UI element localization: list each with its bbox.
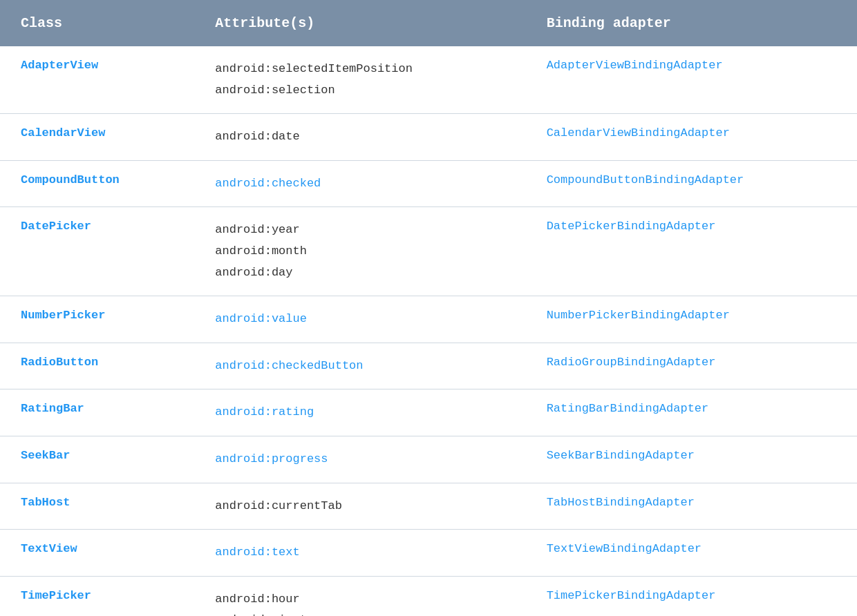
table-row: NumberPickerandroid:valueNumberPickerBin… — [0, 296, 857, 343]
table-row: TabHostandroid:currentTabTabHostBindingA… — [0, 483, 857, 530]
adapter-name-text: TextViewBindingAdapter — [547, 542, 701, 555]
attribute-text: android:rating — [215, 405, 314, 418]
adapter-name-text: SeekBarBindingAdapter — [547, 449, 695, 462]
adapter-cell: CompoundButtonBindingAdapter — [526, 160, 857, 207]
header-binding-adapter: Binding adapter — [526, 0, 857, 46]
attributes-cell: android:currentTab — [194, 483, 525, 530]
attributes-cell: android:progress — [194, 436, 525, 483]
attributes-cell: android:hourandroid:minute — [194, 576, 525, 616]
adapter-cell: TimePickerBindingAdapter — [526, 576, 857, 616]
attribute-text: android:selection — [215, 84, 335, 97]
adapter-cell: RatingBarBindingAdapter — [526, 389, 857, 436]
class-cell: AdapterView — [0, 46, 194, 114]
attribute-text: android:currentTab — [215, 499, 342, 512]
attribute-text: android:checkedButton — [215, 359, 363, 372]
adapter-name-text: RatingBarBindingAdapter — [547, 402, 709, 415]
class-name-text: NumberPicker — [21, 309, 105, 322]
attribute-text: android:day — [215, 266, 292, 279]
table-row: TimePickerandroid:hourandroid:minuteTime… — [0, 576, 857, 616]
attributes-cell: android:checkedButton — [194, 343, 525, 389]
adapter-cell: AdapterViewBindingAdapter — [526, 46, 857, 114]
class-cell: CompoundButton — [0, 160, 194, 207]
table-row: CompoundButtonandroid:checkedCompoundBut… — [0, 160, 857, 207]
adapter-name-text: CalendarViewBindingAdapter — [547, 126, 730, 139]
class-cell: CalendarView — [0, 114, 194, 161]
adapter-name-text: TabHostBindingAdapter — [547, 496, 695, 509]
table-row: RadioButtonandroid:checkedButtonRadioGro… — [0, 343, 857, 389]
header-attributes: Attribute(s) — [194, 0, 525, 46]
binding-adapter-table: Class Attribute(s) Binding adapter Adapt… — [0, 0, 857, 616]
class-cell: TabHost — [0, 483, 194, 530]
class-cell: SeekBar — [0, 436, 194, 483]
table-header-row: Class Attribute(s) Binding adapter — [0, 0, 857, 46]
attributes-cell: android:text — [194, 530, 525, 577]
class-cell: DatePicker — [0, 207, 194, 296]
adapter-cell: CalendarViewBindingAdapter — [526, 114, 857, 161]
attributes-cell: android:date — [194, 114, 525, 161]
class-cell: RatingBar — [0, 389, 194, 436]
attribute-text: android:value — [215, 312, 307, 325]
adapter-name-text: DatePickerBindingAdapter — [547, 220, 716, 233]
class-cell: NumberPicker — [0, 296, 194, 343]
class-name-text: DatePicker — [21, 220, 91, 233]
class-cell: RadioButton — [0, 343, 194, 389]
adapter-cell: RadioGroupBindingAdapter — [526, 343, 857, 389]
table-row: CalendarViewandroid:dateCalendarViewBind… — [0, 114, 857, 161]
adapter-cell: DatePickerBindingAdapter — [526, 207, 857, 296]
header-class: Class — [0, 0, 194, 46]
attribute-text: android:hour — [215, 593, 299, 606]
table-row: AdapterViewandroid:selectedItemPositiona… — [0, 46, 857, 114]
class-cell: TimePicker — [0, 576, 194, 616]
table-row: SeekBarandroid:progressSeekBarBindingAda… — [0, 436, 857, 483]
attribute-text: android:month — [215, 244, 307, 258]
attribute-text: android:year — [215, 223, 299, 236]
adapter-name-text: CompoundButtonBindingAdapter — [547, 173, 744, 186]
attribute-text: android:date — [215, 130, 299, 143]
class-name-text: TabHost — [21, 496, 70, 509]
class-name-text: RatingBar — [21, 402, 84, 415]
adapter-name-text: RadioGroupBindingAdapter — [547, 356, 716, 369]
attributes-cell: android:value — [194, 296, 525, 343]
main-table-container: Class Attribute(s) Binding adapter Adapt… — [0, 0, 857, 616]
adapter-name-text: TimePickerBindingAdapter — [547, 589, 716, 602]
adapter-name-text: AdapterViewBindingAdapter — [547, 59, 723, 72]
table-row: TextViewandroid:textTextViewBindingAdapt… — [0, 530, 857, 577]
attribute-text: android:checked — [215, 177, 321, 190]
table-row: RatingBarandroid:ratingRatingBarBindingA… — [0, 389, 857, 436]
attributes-cell: android:selectedItemPositionandroid:sele… — [194, 46, 525, 114]
table-row: DatePickerandroid:yearandroid:monthandro… — [0, 207, 857, 296]
attribute-text: android:selectedItemPosition — [215, 62, 413, 75]
adapter-name-text: NumberPickerBindingAdapter — [547, 309, 730, 322]
attribute-text: android:progress — [215, 452, 328, 465]
adapter-cell: NumberPickerBindingAdapter — [526, 296, 857, 343]
class-name-text: AdapterView — [21, 59, 98, 72]
adapter-cell: TextViewBindingAdapter — [526, 530, 857, 577]
adapter-cell: SeekBarBindingAdapter — [526, 436, 857, 483]
attributes-cell: android:yearandroid:monthandroid:day — [194, 207, 525, 296]
class-name-text: CompoundButton — [21, 173, 120, 186]
class-name-text: SeekBar — [21, 449, 70, 462]
class-name-text: TimePicker — [21, 589, 91, 602]
class-name-text: CalendarView — [21, 126, 105, 139]
class-cell: TextView — [0, 530, 194, 577]
attribute-text: android:text — [215, 546, 299, 559]
adapter-cell: TabHostBindingAdapter — [526, 483, 857, 530]
attributes-cell: android:checked — [194, 160, 525, 207]
attribute-text: android:minute — [215, 613, 314, 616]
attributes-cell: android:rating — [194, 389, 525, 436]
class-name-text: RadioButton — [21, 356, 98, 369]
class-name-text: TextView — [21, 542, 77, 555]
